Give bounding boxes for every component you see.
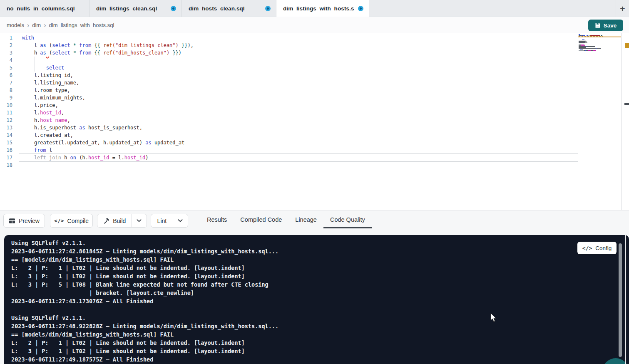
code-token [22, 65, 46, 71]
tab-no_nulls_in_columns.sql[interactable]: no_nulls_in_columns.sql [0, 0, 90, 17]
code-editor[interactable]: 123456789101112131415161718 with l as (s… [0, 33, 629, 210]
code-token: l.listing_id, [22, 72, 73, 78]
preview-button[interactable]: Preview [3, 214, 45, 228]
code-token: l.created_at, [22, 132, 73, 138]
breadcrumb-item-dim[interactable]: dim [32, 22, 41, 28]
minimap[interactable] [578, 34, 621, 63]
terminal-line: | bracket. [layout.cte_newline] [11, 289, 278, 297]
breadcrumb-item-models[interactable]: models [7, 22, 24, 28]
terminal-line: L: 2 | P: 1 | LT02 | Line should not be … [11, 339, 278, 347]
code-token: on [70, 155, 76, 161]
terminal-line: 2023-06-06T11:27:49.187575Z — All Finish… [11, 355, 278, 364]
code-token: }} [172, 50, 178, 56]
line-number: 14 [0, 131, 12, 139]
code-line [22, 57, 575, 64]
code-token: ref [103, 50, 112, 56]
code-token: with [22, 35, 34, 41]
code-token: l.minimum_nights, [22, 95, 85, 101]
chevron-right-icon: › [27, 22, 29, 29]
tab-results[interactable]: Results [200, 210, 234, 228]
overview-ruler [621, 33, 629, 210]
code-token: as [40, 50, 46, 56]
line-number: 8 [0, 87, 12, 94]
code-lines: with l as (select * from {{ ref("dim_lis… [22, 34, 575, 169]
lint-dropdown-button[interactable] [173, 214, 188, 227]
tab-dim_listings_clean.sql[interactable]: dim_listings_clean.sql [90, 0, 182, 17]
code-token [179, 42, 181, 48]
code-token: from [79, 50, 91, 56]
code-token: * [73, 42, 76, 48]
breadcrumb-item-dim_listings_with_hosts.sql[interactable]: dim_listings_with_hosts.sql [49, 22, 114, 28]
line-number: 18 [0, 161, 12, 169]
code-line: l.host_id, [22, 109, 575, 116]
tab-dim_hosts_clean.sql[interactable]: dim_hosts_clean.sql [182, 0, 276, 17]
config-button[interactable]: </> Config [577, 242, 617, 254]
terminal-line: L: 3 | P: 5 | LT08 | Blank line expected… [11, 280, 278, 289]
code-token: l.price, [22, 102, 58, 108]
code-token: ), [187, 42, 193, 48]
terminal-line: L: 2 | P: 1 | LT02 | Line should not be … [11, 264, 278, 272]
code-token: ) [179, 50, 181, 56]
line-number: 12 [0, 116, 12, 124]
code-line: l.listing_name, [22, 79, 575, 87]
line-number: 2 [0, 42, 12, 49]
code-token: left join [22, 155, 61, 161]
line-number: 4 [0, 57, 12, 64]
code-token: l. [22, 110, 40, 116]
code-line: with [22, 34, 575, 42]
result-tabs: ResultsCompiled CodeLineageCode Quality [200, 210, 372, 228]
code-token: updated_at [152, 140, 184, 146]
chevron-right-icon: › [44, 22, 46, 29]
line-number: 13 [0, 124, 12, 131]
minimap-error-band [578, 36, 621, 37]
save-button[interactable]: Save [588, 20, 623, 31]
minimap-seg [597, 48, 601, 49]
code-token: select [52, 50, 70, 56]
line-number: 6 [0, 72, 12, 79]
code-token: l [46, 147, 52, 153]
code-token: {{ [94, 42, 100, 48]
code-token: ref [103, 42, 112, 48]
code-token: select [46, 65, 64, 71]
build-label: Build [113, 218, 126, 224]
terminal-scrollbar[interactable] [619, 243, 622, 357]
build-button[interactable]: Build [97, 214, 132, 227]
modified-icon [265, 6, 271, 11]
tab-compiled-code[interactable]: Compiled Code [234, 210, 288, 228]
mouse-cursor [490, 313, 497, 322]
compile-button[interactable]: </> Compile [50, 214, 93, 228]
code-line: l.room_type, [22, 87, 575, 94]
error-squiggle [46, 50, 49, 56]
code-token: = l. [109, 155, 124, 161]
code-token: host_name [40, 117, 67, 123]
indent-guide [19, 42, 19, 161]
terminal-panel[interactable]: Using SQLFluff v2.1.1.2023-06-06T11:27:4… [4, 235, 629, 364]
code-line: h as (select * from {{ ref("dim_hosts_cl… [22, 49, 575, 57]
code-token: h [22, 50, 40, 56]
modified-icon [358, 6, 363, 11]
code-icon: </> [54, 218, 64, 224]
code-token: h. [22, 117, 40, 123]
tab-lineage[interactable]: Lineage [288, 210, 323, 228]
code-token: from [79, 42, 91, 48]
minimap-seg [596, 50, 596, 51]
tab-label: dim_listings_clean.sql [96, 5, 157, 12]
tab-dim_listings_with_hosts.sql[interactable]: dim_listings_with_hosts.sql [276, 0, 369, 17]
line-number: 16 [0, 146, 12, 154]
action-toolbar: Preview </> Compile Build Lint [0, 210, 629, 235]
new-tab-button[interactable]: + [616, 0, 629, 17]
minimap-error-band-text [579, 36, 603, 37]
code-token [22, 147, 34, 153]
line-number: 7 [0, 79, 12, 87]
panel-edge-divider [625, 235, 626, 364]
minimap-seg [588, 50, 591, 51]
code-token: l.room_type, [22, 87, 70, 93]
tab-code-quality[interactable]: Code Quality [323, 210, 372, 228]
code-line [22, 161, 575, 169]
lint-button[interactable]: Lint [151, 214, 173, 227]
compile-label: Compile [67, 218, 89, 224]
code-line: select [22, 64, 575, 72]
minimap-seg [593, 50, 596, 51]
code-token [70, 42, 73, 48]
build-dropdown-button[interactable] [132, 214, 147, 227]
